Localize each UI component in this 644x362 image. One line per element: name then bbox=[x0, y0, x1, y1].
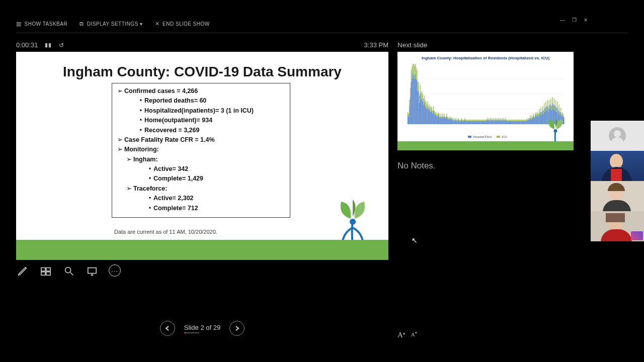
slide-footer-band bbox=[16, 240, 388, 260]
svg-rect-154 bbox=[464, 120, 464, 121]
svg-rect-230 bbox=[495, 118, 496, 120]
svg-rect-333 bbox=[538, 117, 538, 124]
svg-rect-72 bbox=[430, 108, 430, 112]
svg-rect-108 bbox=[445, 117, 445, 118]
svg-rect-380 bbox=[557, 102, 557, 108]
black-screen-button[interactable] bbox=[86, 264, 99, 278]
notes-panel[interactable]: No Notes. bbox=[397, 161, 436, 171]
svg-rect-317 bbox=[531, 118, 532, 124]
svg-rect-130 bbox=[454, 118, 454, 120]
svg-rect-338 bbox=[540, 112, 540, 115]
svg-rect-301 bbox=[525, 121, 525, 124]
svg-rect-326 bbox=[535, 114, 535, 117]
svg-rect-172 bbox=[471, 120, 471, 121]
svg-rect-382 bbox=[558, 111, 558, 114]
svg-rect-279 bbox=[516, 121, 516, 124]
svg-rect-106 bbox=[444, 114, 444, 117]
svg-rect-54 bbox=[423, 94, 423, 102]
show-taskbar-button[interactable]: ▥ SHOW TASKBAR bbox=[16, 21, 67, 27]
svg-rect-80 bbox=[433, 106, 434, 111]
svg-rect-219 bbox=[491, 121, 492, 124]
svg-rect-323 bbox=[534, 118, 534, 124]
svg-rect-173 bbox=[472, 121, 472, 124]
next-slide-preview[interactable]: Ingham County: Hospitalization of Reside… bbox=[397, 52, 574, 150]
next-slide-button[interactable] bbox=[229, 321, 245, 336]
svg-rect-139 bbox=[458, 120, 458, 124]
svg-rect-151 bbox=[463, 121, 463, 124]
current-slide[interactable]: Ingham County: COVID-19 Data Summary ➢Co… bbox=[16, 52, 388, 260]
svg-rect-327 bbox=[536, 115, 536, 124]
see-all-slides-button[interactable] bbox=[39, 264, 52, 278]
svg-rect-362 bbox=[549, 105, 550, 109]
svg-rect-187 bbox=[478, 121, 478, 124]
svg-rect-75 bbox=[432, 112, 432, 124]
svg-rect-284 bbox=[517, 120, 518, 121]
svg-rect-109 bbox=[446, 118, 446, 124]
prev-slide-button[interactable] bbox=[160, 321, 175, 336]
font-increase-button[interactable]: A▴ bbox=[397, 331, 405, 339]
svg-rect-189 bbox=[478, 121, 479, 124]
show-taskbar-label: SHOW TASKBAR bbox=[25, 21, 68, 27]
participant-thumb-4[interactable] bbox=[591, 211, 644, 241]
svg-rect-337 bbox=[540, 115, 540, 124]
svg-rect-305 bbox=[526, 120, 527, 124]
end-slideshow-button[interactable]: ⨯ END SLIDE SHOW bbox=[155, 21, 210, 27]
pause-button[interactable]: ▮▮ bbox=[45, 42, 52, 48]
svg-rect-169 bbox=[470, 121, 471, 124]
next-slide-title: Ingham County: Hospitalization of Reside… bbox=[397, 56, 574, 60]
svg-rect-299 bbox=[524, 121, 525, 124]
close-button[interactable]: ✕ bbox=[584, 17, 588, 23]
svg-rect-149 bbox=[462, 121, 462, 124]
svg-rect-69 bbox=[429, 109, 430, 124]
restart-timer-button[interactable]: ↺ bbox=[59, 42, 64, 49]
slide-title: Ingham County: COVID-19 Data Summary bbox=[16, 64, 388, 80]
svg-rect-153 bbox=[464, 121, 464, 124]
svg-rect-213 bbox=[489, 120, 489, 124]
svg-rect-240 bbox=[499, 120, 500, 121]
svg-rect-133 bbox=[455, 120, 456, 124]
svg-rect-18 bbox=[408, 112, 408, 115]
zoom-tool[interactable] bbox=[62, 264, 75, 278]
svg-rect-224 bbox=[493, 120, 493, 121]
svg-rect-17 bbox=[408, 115, 408, 124]
svg-rect-280 bbox=[516, 120, 516, 121]
svg-rect-343 bbox=[542, 111, 543, 124]
svg-rect-76 bbox=[432, 108, 432, 112]
participant-thumb-1[interactable] bbox=[591, 121, 644, 151]
slide-counter: Slide 2 of 29 bbox=[184, 324, 220, 333]
more-options-button[interactable]: ··· bbox=[109, 264, 121, 277]
svg-rect-138 bbox=[457, 120, 458, 121]
ingham-active: Active= 342 bbox=[153, 164, 188, 174]
restore-button[interactable]: ❐ bbox=[572, 17, 577, 23]
presenter-tools: ··· bbox=[16, 264, 121, 278]
svg-rect-52 bbox=[422, 91, 422, 99]
svg-rect-302 bbox=[525, 120, 525, 121]
svg-rect-245 bbox=[502, 120, 502, 124]
svg-rect-275 bbox=[514, 121, 515, 124]
svg-point-397 bbox=[554, 129, 557, 133]
svg-rect-281 bbox=[517, 121, 517, 124]
svg-rect-89 bbox=[437, 117, 438, 124]
svg-rect-263 bbox=[509, 121, 510, 124]
svg-rect-274 bbox=[513, 120, 514, 121]
svg-rect-352 bbox=[545, 102, 546, 108]
svg-rect-50 bbox=[421, 93, 421, 100]
svg-rect-81 bbox=[434, 114, 435, 124]
svg-rect-394 bbox=[563, 114, 564, 117]
participant-thumb-3[interactable] bbox=[591, 181, 644, 211]
svg-rect-206 bbox=[485, 120, 486, 121]
svg-rect-155 bbox=[464, 120, 465, 124]
svg-rect-212 bbox=[488, 120, 488, 121]
svg-rect-374 bbox=[554, 106, 555, 111]
svg-rect-370 bbox=[553, 105, 553, 109]
minimize-button[interactable]: — bbox=[560, 17, 565, 23]
participant-thumb-2[interactable] bbox=[591, 151, 644, 181]
pen-tool[interactable] bbox=[16, 264, 29, 278]
display-settings-button[interactable]: ⧉ DISPLAY SETTINGS ▾ bbox=[79, 21, 142, 27]
svg-rect-175 bbox=[473, 121, 473, 124]
svg-rect-194 bbox=[480, 120, 481, 121]
font-decrease-button[interactable]: A▾ bbox=[411, 331, 417, 339]
svg-rect-350 bbox=[545, 108, 545, 112]
svg-rect-300 bbox=[524, 120, 525, 121]
svg-rect-45 bbox=[419, 103, 420, 124]
